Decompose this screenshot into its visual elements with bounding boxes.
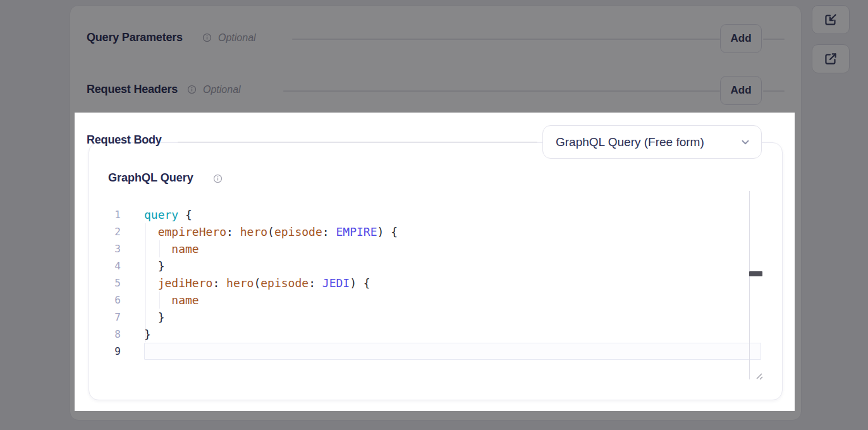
graphql-code-editor[interactable]: query { empireHero: hero(episode: EMPIRE… [144,206,761,360]
body-type-selected-value: GraphQL Query (Free form) [556,135,704,149]
code-line[interactable]: } [144,309,761,326]
line-number: 9 [95,343,121,360]
code-line[interactable]: name [144,240,761,257]
request-body-label: Request Body [87,133,162,147]
code-line[interactable]: query { [144,206,761,223]
divider [763,90,785,92]
line-number: 5 [95,274,121,292]
code-line[interactable] [144,343,761,360]
divider [283,90,720,92]
external-link-icon [822,51,839,67]
divider [763,39,785,40]
code-line[interactable]: } [144,326,761,343]
line-number: 3 [95,240,121,257]
divider [292,39,720,40]
line-number: 8 [95,326,121,343]
line-number: 7 [95,309,121,326]
info-icon[interactable] [213,174,223,183]
request-headers-label: Request Headers [87,83,178,96]
code-line[interactable]: } [144,257,761,274]
graphql-query-label: GraphQL Query [108,171,193,185]
resize-grip-icon[interactable] [754,371,764,381]
editor-gutter: 123456789 [95,206,121,360]
collapse-editor-button[interactable] [812,5,850,34]
line-number: 1 [95,206,121,223]
line-number: 6 [95,292,121,309]
code-line[interactable]: jediHero: hero(episode: JEDI) { [144,274,761,292]
optional-label: Optional [203,84,241,95]
add-query-parameter-button[interactable]: Add [720,24,762,53]
line-number: 4 [95,257,121,274]
code-line[interactable]: name [144,292,761,309]
info-icon[interactable] [202,33,212,42]
divider [178,142,537,143]
editor-scrollbar-thumb[interactable] [749,271,762,276]
api-request-config-screen: Query Parameters Optional Add Request He… [0,0,868,430]
chevron-down-icon [740,137,751,148]
editor-right-border [749,191,750,379]
body-type-select[interactable]: GraphQL Query (Free form) [542,125,762,159]
add-request-header-button[interactable]: Add [720,76,762,105]
open-in-new-window-button[interactable] [812,44,850,73]
optional-label: Optional [218,32,256,44]
line-number: 2 [95,223,121,240]
query-parameters-label: Query Parameters [87,31,183,44]
code-line[interactable]: empireHero: hero(episode: EMPIRE) { [144,223,761,240]
arrow-into-box-icon [822,11,839,28]
info-icon[interactable] [187,85,197,94]
